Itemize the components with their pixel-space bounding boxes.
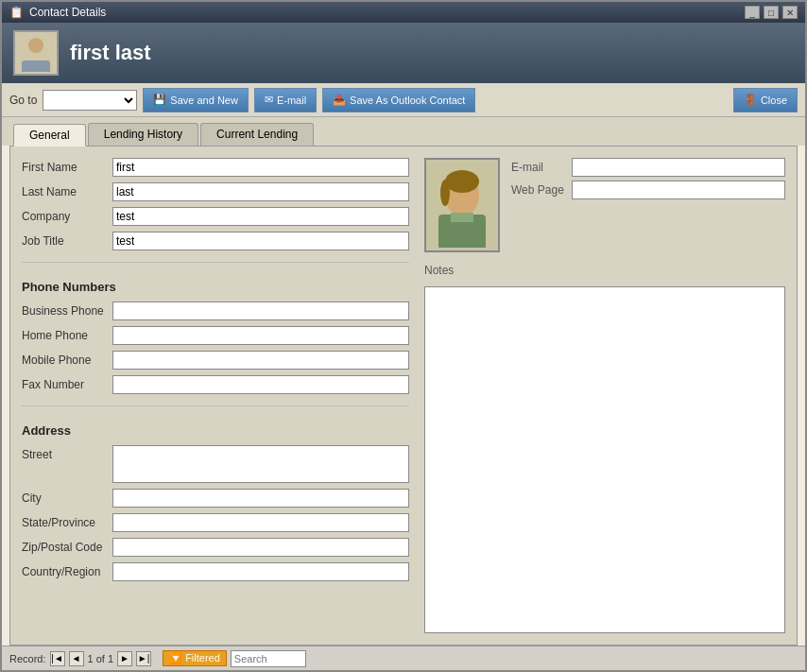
left-column: First Name Last Name Company Job Title	[22, 158, 409, 633]
street-input[interactable]	[112, 445, 409, 483]
save-outlook-button[interactable]: 📤 Save As Outlook Contact	[322, 88, 475, 112]
status-bar: Record: |◄ ◄ 1 of 1 ► ►| 🔽 Filtered	[2, 646, 805, 670]
fax-number-row: Fax Number	[22, 375, 409, 394]
divider-2	[22, 405, 409, 406]
tab-lending-history[interactable]: Lending History	[88, 123, 198, 146]
svg-rect-2	[22, 60, 50, 72]
goto-combo[interactable]	[43, 90, 137, 111]
save-icon: 💾	[153, 94, 166, 106]
webpage-input[interactable]	[572, 181, 785, 199]
phone-section-title: Phone Numbers	[22, 280, 409, 294]
zip-label: Zip/Postal Code	[22, 541, 107, 554]
record-current: 1 of 1	[88, 653, 114, 664]
zip-input[interactable]	[112, 538, 409, 557]
company-label: Company	[22, 210, 107, 223]
webpage-label: Web Page	[511, 183, 568, 197]
address-section-title: Address	[22, 423, 409, 438]
notes-textarea[interactable]	[424, 286, 785, 633]
email-button[interactable]: ✉ E-mail	[254, 88, 317, 112]
search-input[interactable]	[231, 650, 306, 667]
toolbar: Go to 💾 Save and New ✉ E-mail 📤 Save As …	[2, 83, 805, 117]
city-label: City	[22, 491, 107, 505]
contact-icon	[13, 30, 59, 76]
zip-row: Zip/Postal Code	[22, 538, 409, 557]
title-bar: 📋 Contact Details _ □ ✕	[2, 2, 805, 23]
job-title-input[interactable]	[112, 232, 409, 250]
fax-number-input[interactable]	[112, 375, 409, 394]
business-phone-label: Business Phone	[22, 304, 107, 318]
outlook-icon: 📤	[333, 94, 346, 106]
goto-label: Go to	[9, 94, 37, 107]
avatar	[424, 158, 500, 252]
svg-rect-8	[451, 213, 473, 222]
header-area: first last	[2, 23, 805, 83]
mobile-phone-label: Mobile Phone	[22, 353, 107, 367]
window-title: Contact Details	[29, 6, 106, 19]
home-phone-row: Home Phone	[22, 326, 409, 345]
close-icon: 🚪	[744, 94, 757, 106]
tab-current-lending[interactable]: Current Lending	[200, 123, 314, 146]
record-next-button[interactable]: ►	[117, 651, 132, 666]
business-phone-input[interactable]	[112, 302, 409, 320]
record-last-button[interactable]: ►|	[136, 651, 151, 666]
mobile-phone-input[interactable]	[112, 351, 409, 370]
record-label: Record:	[9, 653, 46, 664]
content-area: First Name Last Name Company Job Title	[9, 146, 798, 646]
email-section: E-mail Web Page	[511, 158, 785, 199]
business-phone-row: Business Phone	[22, 302, 409, 320]
fax-number-label: Fax Number	[22, 378, 107, 391]
close-button[interactable]: 🚪 Close	[733, 88, 798, 112]
email-row: E-mail	[511, 158, 785, 177]
state-input[interactable]	[112, 513, 409, 532]
close-window-button[interactable]: ✕	[782, 6, 798, 19]
svg-point-7	[440, 180, 450, 206]
company-row: Company	[22, 207, 409, 226]
svg-point-6	[445, 170, 479, 193]
country-row: Country/Region	[22, 562, 409, 581]
company-input[interactable]	[112, 207, 409, 226]
main-window: 📋 Contact Details _ □ ✕ first last Go to…	[0, 0, 807, 672]
maximize-button[interactable]: □	[764, 6, 779, 19]
notes-label: Notes	[424, 264, 785, 277]
country-label: Country/Region	[22, 565, 107, 578]
right-top: E-mail Web Page	[424, 158, 785, 256]
city-input[interactable]	[112, 489, 409, 508]
street-label: Street	[22, 445, 107, 461]
state-row: State/Province	[22, 513, 409, 532]
minimize-button[interactable]: _	[745, 6, 760, 19]
job-title-label: Job Title	[22, 234, 107, 248]
street-row: Street	[22, 445, 409, 483]
last-name-row: Last Name	[22, 182, 409, 201]
first-name-input[interactable]	[112, 158, 409, 177]
state-label: State/Province	[22, 516, 107, 529]
job-title-row: Job Title	[22, 232, 409, 250]
first-name-label: First Name	[22, 161, 107, 174]
last-name-input[interactable]	[112, 182, 409, 201]
city-row: City	[22, 489, 409, 508]
record-first-button[interactable]: |◄	[50, 651, 65, 666]
home-phone-label: Home Phone	[22, 329, 107, 342]
filtered-badge: 🔽 Filtered	[163, 650, 227, 666]
mobile-phone-row: Mobile Phone	[22, 351, 409, 370]
svg-point-1	[28, 38, 43, 53]
contact-name: first last	[70, 41, 151, 65]
tab-bar: General Lending History Current Lending	[2, 117, 805, 146]
webpage-row: Web Page	[511, 181, 785, 199]
home-phone-input[interactable]	[112, 326, 409, 345]
right-column: E-mail Web Page Notes	[424, 158, 785, 633]
email-icon: ✉	[265, 94, 273, 106]
last-name-label: Last Name	[22, 185, 107, 198]
divider-1	[22, 262, 409, 263]
save-and-new-button[interactable]: 💾 Save and New	[143, 88, 249, 112]
filter-icon: 🔽	[169, 652, 182, 663]
email-input[interactable]	[572, 158, 785, 177]
form-body: First Name Last Name Company Job Title	[22, 158, 785, 633]
first-name-row: First Name	[22, 158, 409, 177]
country-input[interactable]	[112, 562, 409, 581]
record-prev-button[interactable]: ◄	[69, 651, 84, 666]
email-field-label: E-mail	[511, 161, 568, 174]
app-icon: 📋	[9, 6, 24, 19]
tab-general[interactable]: General	[13, 124, 86, 146]
